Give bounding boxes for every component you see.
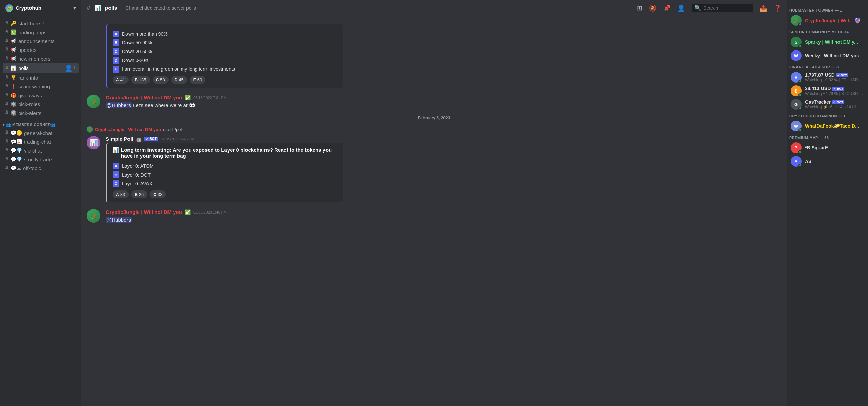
mention-hubbers2: @Hubbers [106, 217, 132, 223]
sidebar-item-start-here[interactable]: # 🔑 start-here ‼ [3, 19, 79, 28]
member-btc-bot[interactable]: ₿ 28,413 USD ✓ BOT Watching +4.79 % | BT… [788, 84, 867, 98]
pin-icon[interactable]: 📌 [663, 4, 671, 12]
server-name: Cryptohub [16, 5, 41, 11]
sidebar-item-rank-info[interactable]: # 🏆 rank-info [3, 73, 79, 82]
avatar-eth-bot: Ξ [791, 72, 802, 83]
vote-pill2-b[interactable]: B 26 [131, 190, 147, 198]
member-name-btc: 28,413 USD ✓ BOT [805, 86, 864, 91]
message-header-cj2: CrypticJungle | Will not DM you ✅ 02/05/… [106, 209, 781, 215]
sidebar-item-off-topic[interactable]: # 💬☁ off-topic [3, 164, 79, 172]
topbar-icons: ⊞ 🔕 📌 👤 🔍 📥 ❓ [637, 4, 781, 12]
member-whatdafook[interactable]: W WhatDaFook🌮Taco D... [788, 119, 867, 133]
message-content-cj1: CrypticJungle | Will not DM you ✅ 06/18/… [106, 95, 781, 109]
mention-hubbers: @Hubbers [106, 102, 132, 108]
hash-icon: # [5, 139, 8, 145]
sidebar-item-announcements[interactable]: # 📢 announcements [3, 37, 79, 45]
sidebar-item-updates[interactable]: # 📢 updates [3, 45, 79, 54]
hash-icon: # [5, 38, 8, 44]
sidebar-item-strictly-trade[interactable]: # 💬💎 strictly-trade [3, 155, 79, 164]
member-crypticjungle[interactable]: 🐊 CrypticJungle | Will... 🔮 [788, 14, 867, 27]
hash-icon: # [5, 101, 8, 107]
message-header-poll2: Simple Poll 🤖 ✓ BOT 02/05/2023 1:46 PM [106, 136, 781, 142]
member-name-sparky: Sparky | Will not DM y... [805, 39, 864, 45]
member-gas-bot[interactable]: G GasTracker ✓ BOT Watching ⚡16 | ↑14 |↓… [788, 98, 867, 111]
avatar-gas-bot: G [791, 99, 802, 110]
vote-pill2-c[interactable]: C 33 [150, 190, 166, 198]
vote-pill-a[interactable]: A 41 [113, 76, 129, 84]
date-divider: February 5, 2023 [81, 113, 787, 123]
hash-icon: # [5, 156, 8, 162]
add-member-icon[interactable]: 👤+ [65, 64, 76, 72]
message-group-cj2: 🐊 CrypticJungle | Will not DM you ✅ 02/0… [81, 208, 787, 225]
message-group-poll2: 📊 Simple Poll 🤖 ✓ BOT 02/05/2023 1:46 PM… [81, 135, 787, 204]
status-dot-as [798, 164, 802, 167]
sidebar-item-pick-roles[interactable]: # 🔘 pick-roles [3, 100, 79, 108]
poll2-title: 📊 Long term investing: Are you exposed t… [113, 147, 338, 159]
category-financial-advisor: FINANCIAL ADVISOR — 3 [787, 62, 868, 70]
poll1-option-d: D Down 0-20% [113, 57, 338, 64]
hash-icon: # [5, 130, 8, 136]
avatar-wecky: W [791, 50, 802, 61]
option-letter-b: B [113, 39, 119, 46]
hash-icon[interactable]: ⊞ [637, 4, 642, 12]
sidebar-item-new-members[interactable]: # 📢 new-members [3, 54, 79, 63]
message-timestamp-cj1: 06/18/2022 7:31 PM [193, 96, 227, 100]
member-info-whatdafook: WhatDaFook🌮Taco D... [805, 123, 864, 129]
avatar-whatdafook: W [791, 121, 802, 131]
member-name-as: AS [805, 159, 864, 164]
poll-chart-icon: 📊 [113, 147, 119, 153]
verified-badge2: ✅ [185, 209, 191, 215]
avatar-cj2: 🐊 [87, 209, 100, 223]
category-champion: CRYPTOHUB CHAMPION — 1 [787, 111, 868, 119]
sidebar-item-pick-alerts[interactable]: # 🔘 pick-alerts [3, 108, 79, 117]
vote-pill-b[interactable]: B 135 [131, 76, 150, 84]
avatar-simplepoll: 📊 [87, 136, 100, 149]
channels-list: # 🔑 start-here ‼ # 💹 trading-apps # 📢 an… [0, 16, 81, 406]
member-as[interactable]: A AS [788, 155, 867, 168]
member-info-crypticjungle: CrypticJungle | Will... 🔮 [805, 17, 864, 24]
member-eth-bot[interactable]: Ξ 1,797.87 USD ✓ BOT Watching +0.82 % | … [788, 70, 867, 84]
sidebar-item-trading-chat[interactable]: # 💬📈 trading-chat [3, 137, 79, 146]
server-header[interactable]: 🔐 Cryptohub ▾ [0, 0, 81, 16]
inbox-icon[interactable]: 📥 [760, 4, 767, 12]
search-bar[interactable]: 🔍 [692, 4, 753, 12]
notification-icon[interactable]: 🔕 [649, 4, 656, 12]
category-senior-mod: SENIOR COMMUNITY MODERAT... [787, 27, 868, 35]
member-sparky[interactable]: S Sparky | Will not DM y... [788, 35, 867, 49]
sidebar-item-trading-apps[interactable]: # 💹 trading-apps [3, 28, 79, 37]
search-input[interactable] [703, 5, 750, 11]
sidebar: 🔐 Cryptohub ▾ # 🔑 start-here ‼ # 💹 tradi… [0, 0, 81, 406]
right-sidebar: HUBMASTER | OWNER — 1 🐊 CrypticJungle | … [787, 0, 868, 406]
hash-icon: # [5, 65, 8, 71]
member-info-as: AS [805, 159, 864, 164]
message-timestamp-cj2: 02/05/2023 1:46 PM [193, 210, 227, 214]
avatar-btc-bot: ₿ [791, 85, 802, 96]
sidebar-item-vip-chat[interactable]: # 💬💎 vip-chat [3, 146, 79, 155]
category-members-corner[interactable]: ▾ 👥 MEMBERS CORNER👥 [0, 117, 81, 128]
option-letter-a: A [113, 31, 119, 37]
member-bsquad[interactable]: B *B Squad* [788, 141, 867, 155]
vote-pill2-a[interactable]: A 33 [113, 190, 129, 198]
topbar-channel-icon: 📊 [94, 5, 101, 11]
message-author-cj1: CrypticJungle | Will not DM you [106, 95, 182, 100]
hash-icon: # [5, 110, 8, 116]
hash-icon: # [5, 56, 8, 62]
topbar: # 📊 polls Channel dedicated to server po… [81, 0, 787, 16]
messages-area: A Down more than 90% B Down 50-90% C Dow… [81, 16, 787, 406]
vote-pill-d[interactable]: D 45 [171, 76, 187, 84]
poll1-option-e: E I am overall in the green on my long t… [113, 66, 338, 73]
category-hubmaster: HUBMASTER | OWNER — 1 [787, 5, 868, 14]
member-wecky[interactable]: W Wecky | Will not DM you [788, 49, 867, 62]
member-info-gas: GasTracker ✓ BOT Watching ⚡16 | ↑14 |↓14… [805, 99, 864, 109]
help-icon[interactable]: ❓ [774, 4, 781, 12]
sidebar-item-scam-warning[interactable]: # ❗ scam-warning [3, 82, 79, 91]
option-letter-c: C [113, 48, 119, 55]
members-icon[interactable]: 👤 [677, 4, 685, 12]
member-name-bsquad: *B Squad* [805, 145, 864, 150]
sidebar-item-general-chat[interactable]: # 💬🟡 general-chat [3, 128, 79, 137]
member-info-eth: 1,797.87 USD ✓ BOT Watching +0.82 % | ET… [805, 72, 864, 82]
vote-pill-e[interactable]: E 60 [190, 76, 205, 84]
sidebar-item-giveaways[interactable]: # 🎁 giveaways [3, 91, 79, 100]
sidebar-item-polls[interactable]: # 📊 polls 👤+ [3, 63, 79, 73]
vote-pill-c[interactable]: C 58 [153, 76, 169, 84]
